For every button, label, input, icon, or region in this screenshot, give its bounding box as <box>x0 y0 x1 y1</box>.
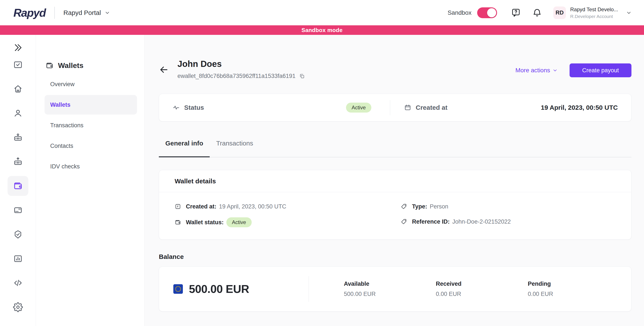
calendar-icon <box>404 104 411 111</box>
main-content: John Does ewallet_8fd0c76b68a735962ff11a… <box>144 35 644 326</box>
rail-item-compliance[interactable] <box>8 224 28 244</box>
balance-available: Available 500.00 EUR <box>344 280 436 298</box>
activity-icon <box>172 104 180 111</box>
help-button[interactable] <box>511 8 521 18</box>
create-payout-button[interactable]: Create payout <box>570 64 632 77</box>
rapyd-portal-screen: Rapyd Rapyd Portal Sandbox RD Rapyd Test… <box>0 0 644 326</box>
wallet-icon <box>175 219 181 226</box>
sidebar-item-contacts[interactable]: Contacts <box>44 136 137 156</box>
sidebar-menu: Overview Wallets Transactions Contacts I… <box>44 74 137 177</box>
notifications-button[interactable] <box>532 8 542 18</box>
wallet-details-title: Wallet details <box>159 170 631 192</box>
more-actions-label: More actions <box>516 67 550 74</box>
card-arrow-down-icon <box>13 132 23 142</box>
bar-chart-icon <box>13 254 23 264</box>
balance-received: Received 0.00 EUR <box>436 280 528 298</box>
workspace-label: Rapyd Portal <box>64 9 101 16</box>
wallet-details-card: Wallet details Created at: 19 April, 202… <box>159 170 632 240</box>
copy-wallet-id-button[interactable] <box>299 73 305 79</box>
rail-item-customers[interactable] <box>8 103 28 123</box>
created-at-value: 19 April, 2023, 00:50 UTC <box>541 104 618 111</box>
top-bar: Rapyd Rapyd Portal Sandbox RD Rapyd Test… <box>0 0 644 25</box>
rail-item-settings[interactable] <box>8 297 28 317</box>
card-arrow-up-icon <box>13 157 23 167</box>
status-label: Status <box>184 104 204 111</box>
wallet-id: ewallet_8fd0c76b68a735962ff11a1533fa6191 <box>178 73 296 80</box>
chevron-down-icon <box>626 10 632 16</box>
wallets-sidebar: Wallets Overview Wallets Transactions Co… <box>36 35 144 326</box>
tabs: General info Transactions <box>159 140 632 157</box>
page-header: John Does ewallet_8fd0c76b68a735962ff11a… <box>159 59 632 80</box>
icon-rail <box>0 35 36 326</box>
sandbox-mode-banner: Sandbox mode <box>0 25 644 35</box>
detail-wallet-status: Wallet status: Active <box>175 217 401 227</box>
rail-item-wallets[interactable] <box>8 176 28 196</box>
tag-icon <box>401 203 407 210</box>
expand-sidebar-button[interactable] <box>13 43 23 52</box>
sidebar-item-overview[interactable]: Overview <box>44 74 137 94</box>
account-menu[interactable]: RD Rapyd Test Develo... R.Developer Acco… <box>553 6 632 19</box>
status-summary-card: Status Active Created at 19 April, 2023,… <box>159 94 632 122</box>
shield-check-icon <box>13 230 23 240</box>
workspace-switcher[interactable]: Rapyd Portal <box>64 9 110 16</box>
sidebar-item-transactions[interactable]: Transactions <box>44 116 137 135</box>
back-button[interactable] <box>159 65 169 75</box>
sandbox-toggle[interactable] <box>477 7 497 18</box>
tab-transactions[interactable]: Transactions <box>210 140 260 157</box>
copy-icon <box>299 73 305 79</box>
balance-heading: Balance <box>159 253 632 260</box>
rail-item-home[interactable] <box>8 79 28 99</box>
page-title: John Does <box>178 59 305 69</box>
rail-item-issuing[interactable] <box>8 200 28 220</box>
balance-total: 500.00 EUR <box>189 282 249 296</box>
card-icon <box>13 205 23 215</box>
status-badge: Active <box>346 102 371 112</box>
account-name: Rapyd Test Develo... <box>570 6 618 12</box>
sidebar-title-label: Wallets <box>58 61 84 70</box>
bell-icon <box>532 8 542 18</box>
rail-item-collect[interactable] <box>8 128 28 148</box>
rail-item-reports[interactable] <box>8 249 28 269</box>
help-icon <box>511 8 521 18</box>
chevron-down-icon <box>104 10 110 16</box>
chevrons-right-icon <box>13 43 23 52</box>
toggle-knob <box>487 8 496 17</box>
more-actions-button[interactable]: More actions <box>516 67 558 74</box>
detail-type: Type: Person <box>401 202 616 211</box>
home-icon <box>13 84 23 94</box>
balance-pending: Pending 0.00 EUR <box>528 280 620 298</box>
rail-item-disburse[interactable] <box>8 152 28 172</box>
sidebar-item-idv-checks[interactable]: IDV checks <box>44 157 137 176</box>
wallet-status-badge: Active <box>226 217 252 227</box>
code-icon <box>13 278 23 288</box>
tab-general-info[interactable]: General info <box>159 140 210 157</box>
sidebar-item-wallets[interactable]: Wallets <box>44 95 137 114</box>
detail-created-at: Created at: 19 April, 2023, 00:50 UTC <box>175 202 401 211</box>
divider <box>54 7 55 19</box>
account-subtitle: R.Developer Account <box>570 14 618 19</box>
wallet-icon <box>46 62 54 70</box>
user-icon <box>13 108 23 118</box>
chevron-down-icon <box>552 68 558 73</box>
arrow-left-icon <box>159 65 169 75</box>
avatar: RD <box>553 6 566 19</box>
detail-reference-id: Reference ID: John-Doe-2-02152022 <box>401 217 616 226</box>
check-square-icon <box>13 60 23 70</box>
rail-item-developers[interactable] <box>8 273 28 293</box>
tag-icon <box>401 218 407 225</box>
rail-item-tasks[interactable] <box>8 55 28 75</box>
created-at-label: Created at <box>416 104 448 111</box>
clock-icon <box>175 203 181 210</box>
balance-card: 500.00 EUR Available 500.00 EUR Received… <box>159 266 632 312</box>
sidebar-title: Wallets <box>44 61 137 70</box>
rapyd-logo[interactable]: Rapyd <box>14 6 46 19</box>
sandbox-label: Sandbox <box>448 9 472 16</box>
wallet-icon <box>13 181 23 191</box>
gear-icon <box>13 302 23 312</box>
eu-flag-icon <box>173 284 183 294</box>
